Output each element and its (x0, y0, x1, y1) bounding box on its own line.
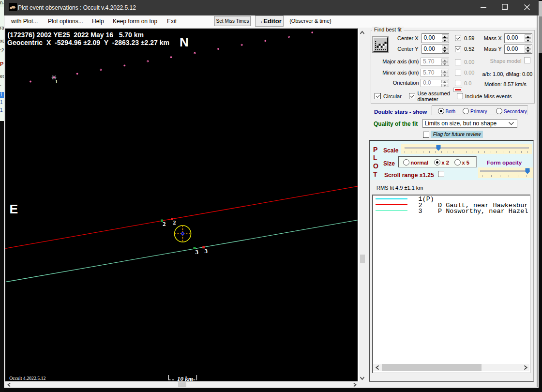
svg-text:Geocentric X -5294.96 ±2.09: Geocentric X -5294.96 ±2.09 Y -2863.23 ±… (7, 39, 169, 46)
svg-text:3: 3 (196, 248, 199, 255)
svg-text:2: 2 (173, 219, 176, 226)
svg-text:Occult 4.2022.5.12: Occult 4.2022.5.12 (9, 375, 45, 380)
svg-text:(172376) 2002 YE25 2022 May 1: (172376) 2002 YE25 2022 May 16 5.70 km (8, 31, 144, 39)
svg-text:3: 3 (205, 247, 208, 254)
svg-text:N: N (180, 35, 189, 49)
svg-text:1: 1 (55, 78, 58, 84)
svg-text:E: E (10, 202, 18, 216)
svg-text:10 km: 10 km (177, 375, 193, 382)
svg-text:2: 2 (163, 220, 166, 227)
